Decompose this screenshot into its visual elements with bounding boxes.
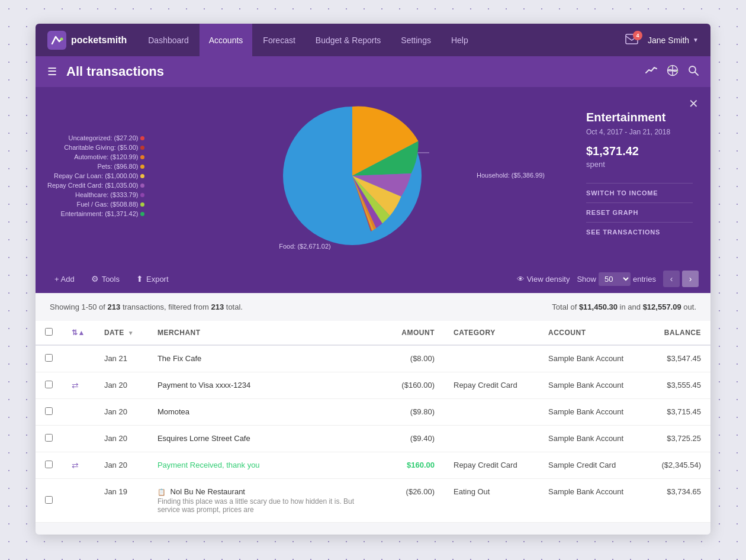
row-amount: ($9.80)	[379, 399, 444, 426]
dot-healthcare	[140, 193, 144, 197]
row-amount: ($26.00)	[379, 479, 444, 523]
menu-icon[interactable]: ☰	[47, 65, 57, 78]
row-select-checkbox[interactable]	[45, 407, 53, 415]
label-pets: Pets: ($96.80)	[47, 163, 144, 170]
dot-uncategorized	[140, 136, 144, 140]
toolbar: + Add ⚙ Tools ⬆ Export 👁 View density Sh…	[36, 265, 710, 293]
row-flag	[62, 399, 95, 426]
mail-button[interactable]: 4	[625, 34, 638, 46]
entries-select[interactable]: 50 25 100	[599, 272, 631, 286]
row-account: Sample Credit Card	[539, 452, 645, 479]
nav-item-accounts[interactable]: Accounts	[200, 24, 253, 56]
row-select-checkbox[interactable]	[45, 461, 53, 468]
see-transactions-link[interactable]: SEE TRANSACTIONS	[586, 222, 693, 242]
th-balance: BALANCE	[645, 321, 710, 345]
globe-icon[interactable]	[667, 65, 679, 79]
label-car-loan: Repay Car Loan: ($1,000.00)	[47, 172, 144, 179]
th-merchant: MERCHANT	[148, 321, 379, 345]
row-merchant[interactable]: Momotea	[148, 399, 379, 426]
nav-item-dashboard[interactable]: Dashboard	[139, 24, 198, 56]
nav-item-help[interactable]: Help	[442, 24, 478, 56]
row-account: Sample Bank Account	[539, 345, 645, 372]
svg-point-7	[689, 66, 696, 73]
row-merchant[interactable]: Esquires Lorne Street Cafe	[148, 426, 379, 452]
table-body: Jan 21 The Fix Cafe ($8.00) Sample Bank …	[36, 345, 710, 523]
close-icon[interactable]: ✕	[689, 96, 699, 111]
chart-area: ✕ Uncategorized: ($27.20) Charitable Giv…	[36, 87, 710, 265]
transfer-icon: ⇄	[72, 381, 79, 390]
chevron-down-icon: ▼	[693, 37, 699, 43]
nav-item-budget-reports[interactable]: Budget & Reports	[306, 24, 391, 56]
sort-icon[interactable]: ⇅▲	[72, 329, 85, 337]
row-date: Jan 20	[95, 372, 148, 399]
row-category	[444, 399, 539, 426]
user-name: Jane Smith	[648, 36, 689, 45]
note-icon: 📋	[157, 488, 166, 495]
mail-badge: 4	[633, 31, 642, 40]
row-select-checkbox[interactable]	[45, 354, 53, 362]
svg-rect-0	[47, 31, 66, 50]
chart-icon[interactable]	[645, 66, 657, 78]
panel-amount: $1,371.42	[586, 144, 693, 158]
dot-entertainment	[140, 212, 144, 216]
panel-title: Entertainment	[586, 111, 693, 124]
nav-item-forecast[interactable]: Forecast	[253, 24, 304, 56]
row-balance: $3,547.45	[645, 345, 710, 372]
row-merchant[interactable]: Payment to Visa xxxx-1234	[148, 372, 379, 399]
row-balance: $3,715.45	[645, 399, 710, 426]
pie-chart[interactable]	[275, 99, 429, 253]
row-select-checkbox[interactable]	[45, 381, 53, 388]
tools-button[interactable]: ⚙ Tools	[84, 271, 127, 287]
logo[interactable]: pocketsmith	[47, 31, 127, 50]
logo-text: pocketsmith	[71, 35, 127, 46]
row-category	[444, 426, 539, 452]
row-balance: $3,725.25	[645, 426, 710, 452]
row-merchant[interactable]: Payment Received, thank you	[148, 452, 379, 479]
reset-graph-link[interactable]: RESET GRAPH	[586, 202, 693, 222]
nav-bar: pocketsmith Dashboard Accounts Forecast …	[36, 24, 710, 56]
row-select-checkbox[interactable]	[45, 434, 53, 442]
panel-spent-label: spent	[586, 160, 693, 169]
showing-text: Showing 1-50 of 213 transactions, filter…	[50, 302, 243, 311]
row-flag: ⇄	[62, 372, 95, 399]
add-button[interactable]: + Add	[47, 272, 82, 287]
date-sort-icon: ▼	[128, 330, 134, 336]
row-category: Repay Credit Card	[444, 372, 539, 399]
user-menu[interactable]: Jane Smith ▼	[648, 36, 699, 45]
label-fuel: Fuel / Gas: ($508.88)	[47, 201, 144, 208]
prev-page-button[interactable]: ‹	[663, 271, 680, 287]
page-title: All transactions	[66, 64, 638, 79]
nav-item-settings[interactable]: Settings	[391, 24, 440, 56]
view-density-button[interactable]: 👁 View density	[517, 275, 570, 284]
th-date[interactable]: DATE ▼	[95, 321, 148, 345]
totals-summary: Total of $11,450.30 in and $12,557.09 ou…	[552, 302, 696, 311]
row-amount: ($8.00)	[379, 345, 444, 372]
pie-labels-left: Uncategorized: ($27.20) Charitable Givin…	[47, 134, 144, 217]
dot-credit-card	[140, 184, 144, 188]
search-icon[interactable]	[688, 65, 699, 79]
row-amount: ($160.00)	[379, 372, 444, 399]
table-summary: Showing 1-50 of 213 transactions, filter…	[36, 293, 710, 321]
row-checkbox	[36, 399, 62, 426]
row-merchant[interactable]: 📋 Nol Bu Ne Restaurant Finding this plac…	[148, 479, 379, 523]
th-flag: ⇅▲	[62, 321, 95, 345]
pie-section: Uncategorized: ($27.20) Charitable Givin…	[47, 99, 562, 253]
show-entries-control: Show 50 25 100 entries	[577, 272, 656, 286]
dot-car-loan	[140, 174, 144, 178]
row-select-checkbox[interactable]	[45, 496, 53, 504]
table-row: Jan 20 Momotea ($9.80) Sample Bank Accou…	[36, 399, 710, 426]
pagination: ‹ ›	[663, 271, 699, 287]
export-icon: ⬆	[136, 274, 143, 284]
header-icons	[645, 65, 699, 79]
th-amount: AMOUNT	[379, 321, 444, 345]
select-all-checkbox[interactable]	[45, 328, 53, 336]
row-merchant[interactable]: The Fix Cafe	[148, 345, 379, 372]
th-category: CATEGORY	[444, 321, 539, 345]
next-page-button[interactable]: ›	[682, 271, 699, 287]
logo-icon	[47, 31, 66, 50]
export-button[interactable]: ⬆ Export	[129, 271, 176, 287]
dot-fuel	[140, 202, 144, 207]
switch-to-income-link[interactable]: SWITCH TO INCOME	[586, 183, 693, 202]
eye-icon: 👁	[517, 275, 525, 284]
row-checkbox	[36, 479, 62, 523]
